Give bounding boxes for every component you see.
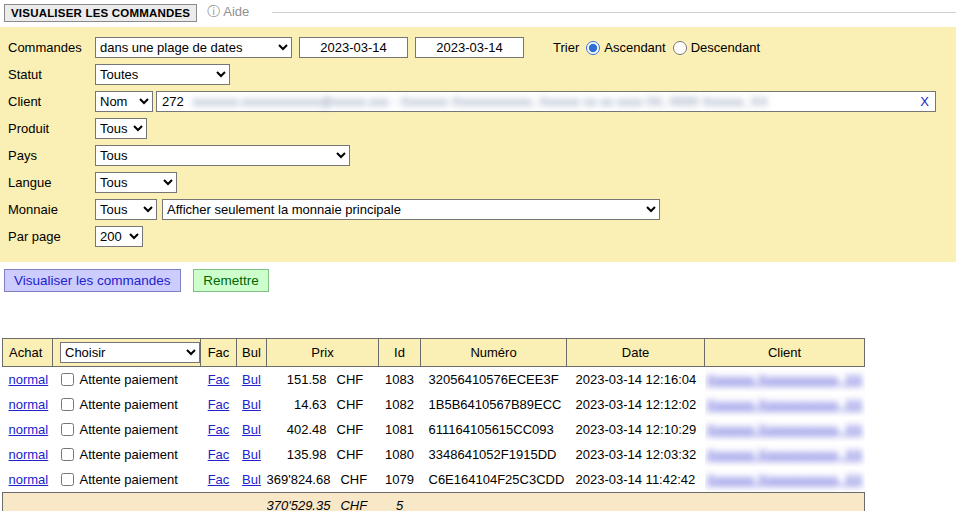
order-date: 2023-03-14 12:12:02	[567, 392, 705, 417]
monnaie-display-select[interactable]: Afficher seulement la monnaie principale	[162, 199, 660, 220]
remettre-button[interactable]: Remettre	[193, 269, 269, 292]
date-from-input[interactable]	[299, 37, 408, 58]
col-header-achat: Achat	[3, 339, 53, 367]
bul-link[interactable]: Bul	[242, 422, 261, 437]
bul-link[interactable]: Bul	[242, 472, 261, 487]
order-number: C6E164104F25C3CDD	[421, 467, 567, 493]
table-row: normal Attente paiement Fac Bul 14.63CHF…	[3, 392, 865, 417]
filter-row-pays: Pays Tous	[8, 142, 948, 169]
produit-select[interactable]: Tous	[95, 118, 147, 139]
help-label: Aide	[223, 4, 249, 19]
select-order-checkbox[interactable]	[61, 373, 74, 386]
topbar: VISUALISER LES COMMANDES ⓘ Aide	[0, 0, 956, 27]
fac-link[interactable]: Fac	[208, 397, 230, 412]
filter-panel: Commandes dans une plage de dates Trier …	[0, 27, 956, 262]
sort-ascendant-option[interactable]: Ascendant	[586, 40, 665, 55]
ascendant-radio[interactable]	[586, 41, 600, 55]
client-redacted-text: xxxxxxx.xxxxxxxxxxxx@xxxxx.xxx - Xxxxxxx…	[193, 94, 913, 109]
filter-row-client: Client Nom 272 xxxxxxx.xxxxxxxxxxxx@xxxx…	[8, 88, 948, 115]
ascendant-label: Ascendant	[604, 40, 665, 55]
label-pays: Pays	[8, 148, 95, 163]
select-order-checkbox[interactable]	[61, 398, 74, 411]
filter-row-commandes: Commandes dans une plage de dates Trier …	[8, 34, 948, 61]
langue-select[interactable]: Tous	[95, 172, 177, 193]
table-row: normal Attente paiement Fac Bul 402.48CH…	[3, 417, 865, 442]
select-order-checkbox[interactable]	[61, 448, 74, 461]
order-select-cell: Attente paiement	[53, 422, 201, 437]
bul-link[interactable]: Bul	[242, 397, 261, 412]
col-header-bul: Bul	[237, 339, 267, 367]
fac-link[interactable]: Fac	[208, 422, 230, 437]
orders-table: Achat Choisir Fac Bul Prix Id Numéro Dat…	[2, 338, 865, 511]
date-to-input[interactable]	[415, 37, 524, 58]
row-count: 5	[379, 493, 421, 511]
label-client: Client	[8, 94, 95, 109]
pays-select[interactable]: Tous	[95, 145, 350, 166]
order-date: 2023-03-14 11:42:42	[567, 467, 705, 493]
order-number: 32056410576ECEE3F	[421, 367, 567, 393]
client-link[interactable]: Xxxxxxx Xxxxxxxxxxxx, XX	[706, 472, 862, 487]
client-link[interactable]: Xxxxxxx Xxxxxxxxxxxx, XX	[706, 372, 862, 387]
order-date: 2023-03-14 12:10:29	[567, 417, 705, 442]
page-title: VISUALISER LES COMMANDES	[4, 4, 197, 22]
visualiser-commandes-button[interactable]: Visualiser les commandes	[4, 269, 181, 292]
select-order-checkbox[interactable]	[61, 473, 74, 486]
col-header-prix: Prix	[267, 339, 379, 367]
statut-select[interactable]: Toutes	[95, 64, 230, 85]
col-header-client: Client	[705, 339, 865, 367]
action-bar: Visualiser les commandes Remettre	[4, 269, 956, 292]
order-id: 1079	[379, 467, 421, 493]
col-header-date: Date	[567, 339, 705, 367]
order-price: 402.48CHF	[267, 417, 379, 442]
select-order-checkbox[interactable]	[61, 423, 74, 436]
sort-descendant-option[interactable]: Descendant	[673, 40, 760, 55]
info-icon: ⓘ	[207, 5, 220, 18]
help-link[interactable]: ⓘ Aide	[207, 4, 249, 19]
filter-row-statut: Statut Toutes	[8, 61, 948, 88]
order-date: 2023-03-14 12:03:32	[567, 442, 705, 467]
par-page-select[interactable]: 200	[95, 226, 143, 247]
order-price: 135.98CHF	[267, 442, 379, 467]
order-status: Attente paiement	[80, 397, 178, 412]
client-field-select[interactable]: Nom	[95, 91, 153, 112]
filter-row-par-page: Par page 200	[8, 223, 948, 250]
client-link[interactable]: Xxxxxxx Xxxxxxxxxxxx, XX	[706, 447, 862, 462]
order-type-link[interactable]: normal	[9, 472, 49, 487]
order-type-link[interactable]: normal	[9, 372, 49, 387]
order-select-cell: Attente paiement	[53, 447, 201, 462]
order-type-link[interactable]: normal	[9, 397, 49, 412]
monnaie-select[interactable]: Tous	[95, 199, 157, 220]
order-select-cell: Attente paiement	[53, 472, 201, 487]
order-number: 611164105615CC093	[421, 417, 567, 442]
client-link[interactable]: Xxxxxxx Xxxxxxxxxxxx, XX	[706, 397, 862, 412]
client-search-input[interactable]: 272 xxxxxxx.xxxxxxxxxxxx@xxxxx.xxx - Xxx…	[156, 91, 936, 112]
client-link[interactable]: Xxxxxxx Xxxxxxxxxxxx, XX	[706, 422, 862, 437]
bul-link[interactable]: Bul	[242, 447, 261, 462]
order-type-link[interactable]: normal	[9, 447, 49, 462]
order-id: 1083	[379, 367, 421, 393]
order-select-cell: Attente paiement	[53, 372, 201, 387]
label-trier: Trier	[553, 40, 579, 55]
fac-link[interactable]: Fac	[208, 447, 230, 462]
choisir-action-select[interactable]: Choisir	[60, 342, 200, 363]
descendant-radio[interactable]	[673, 41, 687, 55]
order-id: 1080	[379, 442, 421, 467]
order-date: 2023-03-14 12:16:04	[567, 367, 705, 393]
commandes-range-select[interactable]: dans une plage de dates	[95, 37, 292, 58]
filter-row-langue: Langue Tous	[8, 169, 948, 196]
bul-link[interactable]: Bul	[242, 372, 261, 387]
col-header-id: Id	[379, 339, 421, 367]
label-statut: Statut	[8, 67, 95, 82]
order-status: Attente paiement	[80, 447, 178, 462]
order-price: 151.58CHF	[267, 367, 379, 393]
label-commandes: Commandes	[8, 40, 95, 55]
fac-link[interactable]: Fac	[208, 472, 230, 487]
order-number: 1B5B6410567B89ECC	[421, 392, 567, 417]
order-id: 1081	[379, 417, 421, 442]
table-row: normal Attente paiement Fac Bul 369'824.…	[3, 467, 865, 493]
order-type-link[interactable]: normal	[9, 422, 49, 437]
label-produit: Produit	[8, 121, 95, 136]
fac-link[interactable]: Fac	[208, 372, 230, 387]
col-header-fac: Fac	[201, 339, 237, 367]
clear-client-button[interactable]: X	[920, 94, 929, 109]
